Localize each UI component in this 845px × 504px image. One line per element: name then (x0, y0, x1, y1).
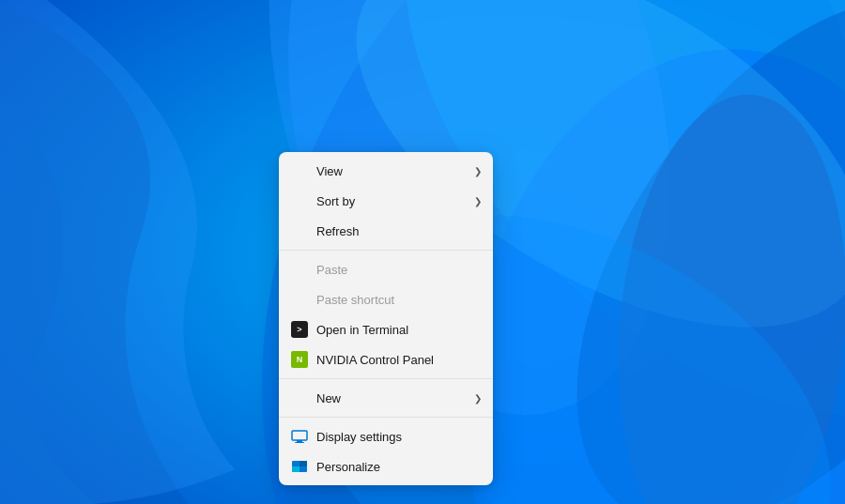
view-chevron: ❯ (474, 166, 482, 176)
new-label: New (316, 391, 474, 405)
personalize-icon (290, 457, 309, 476)
divider-2 (279, 378, 493, 379)
svg-rect-12 (295, 442, 304, 443)
menu-item-open-terminal[interactable]: Open in Terminal (279, 314, 493, 344)
context-menu: View ❯ Sort by ❯ Refresh Paste Paste sho… (279, 152, 493, 485)
svg-rect-15 (300, 461, 307, 466)
display-settings-icon (290, 427, 309, 446)
menu-item-new[interactable]: New ❯ (279, 383, 493, 413)
svg-rect-10 (292, 431, 307, 440)
menu-item-nvidia[interactable]: NVIDIA Control Panel (279, 344, 493, 374)
view-label: View (316, 164, 474, 178)
terminal-icon (290, 320, 309, 339)
menu-item-view[interactable]: View ❯ (279, 156, 493, 186)
menu-item-personalize[interactable]: Personalize (279, 451, 493, 481)
menu-item-refresh[interactable]: Refresh (279, 216, 493, 246)
new-icon (290, 389, 309, 407)
paste-shortcut-label: Paste shortcut (316, 293, 482, 307)
view-icon (290, 161, 309, 180)
menu-item-display-settings[interactable]: Display settings (279, 421, 493, 451)
menu-item-paste: Paste (279, 254, 493, 284)
new-chevron: ❯ (474, 393, 482, 404)
paste-shortcut-icon (290, 290, 309, 309)
divider-1 (279, 250, 493, 251)
nvidia-label: NVIDIA Control Panel (316, 353, 482, 367)
svg-rect-14 (292, 466, 300, 472)
paste-icon (290, 260, 309, 279)
display-settings-label: Display settings (316, 430, 482, 444)
sort-chevron: ❯ (474, 196, 482, 206)
refresh-icon (290, 221, 309, 240)
menu-item-paste-shortcut: Paste shortcut (279, 284, 493, 314)
sort-icon (290, 191, 309, 210)
divider-3 (279, 417, 493, 418)
paste-label: Paste (316, 263, 482, 277)
personalize-label: Personalize (316, 460, 482, 474)
menu-item-sort-by[interactable]: Sort by ❯ (279, 186, 493, 216)
refresh-label: Refresh (316, 224, 482, 238)
open-terminal-label: Open in Terminal (316, 323, 482, 337)
nvidia-icon (290, 350, 309, 369)
svg-rect-11 (297, 440, 302, 442)
sort-by-label: Sort by (316, 194, 474, 208)
